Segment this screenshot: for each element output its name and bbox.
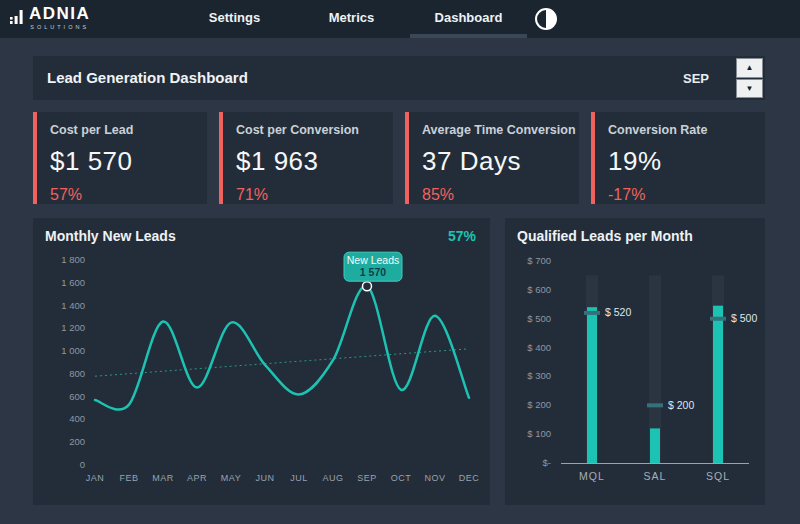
month-up-button[interactable]: ▲ bbox=[736, 58, 763, 78]
x-tick-label: JUL bbox=[290, 473, 308, 483]
x-tick-label: SEP bbox=[357, 473, 377, 483]
month-spinner: ▲ ▼ bbox=[736, 58, 763, 98]
category-label: SQL bbox=[706, 470, 730, 482]
y-tick-label: 200 bbox=[69, 436, 85, 447]
y-tick-label: 800 bbox=[69, 368, 85, 379]
line-series bbox=[95, 286, 469, 410]
kpi-value: 19% bbox=[608, 146, 765, 177]
line-chart-title: Monthly New Leads bbox=[45, 228, 176, 252]
brand-logo[interactable]: ADNIA SOLUTIONS bbox=[10, 4, 90, 30]
kpi-delta: 71% bbox=[236, 186, 393, 204]
target-label: $ 520 bbox=[605, 306, 631, 318]
y-tick-label: 0 bbox=[80, 459, 85, 470]
y-tick-label: $- bbox=[543, 457, 551, 468]
kpi-value: $1 570 bbox=[50, 146, 207, 177]
y-tick-label: 1 400 bbox=[61, 300, 85, 311]
x-tick-label: AUG bbox=[322, 473, 343, 483]
kpi-title: Average Time Conversion bbox=[422, 123, 579, 137]
brand-name: ADNIA bbox=[29, 4, 90, 23]
tab-dashboard[interactable]: Dashboard bbox=[410, 0, 527, 38]
tab-metrics[interactable]: Metrics bbox=[293, 0, 410, 38]
x-tick-label: OCT bbox=[391, 473, 412, 483]
y-tick-label: $ 500 bbox=[527, 313, 551, 324]
month-down-button[interactable]: ▼ bbox=[736, 79, 763, 99]
x-tick-label: DEC bbox=[459, 473, 480, 483]
monthly-new-leads-chart: 02004006008001 0001 2001 4001 6001 800JA… bbox=[33, 218, 490, 505]
kpi-card-cost-per-conversion: Cost per Conversion $1 963 71% bbox=[219, 112, 393, 204]
category-label: MQL bbox=[579, 470, 605, 482]
y-tick-label: 1 200 bbox=[61, 322, 85, 333]
kpi-value: 37 Days bbox=[422, 146, 579, 177]
kpi-value: $1 963 bbox=[236, 146, 393, 177]
kpi-title: Cost per Conversion bbox=[236, 123, 393, 137]
app-window: ADNIA SOLUTIONS Settings Metrics Dashboa… bbox=[0, 0, 800, 524]
bar-group-sql: $ 500SQL bbox=[706, 275, 757, 482]
y-tick-label: 1 000 bbox=[61, 345, 85, 356]
kpi-card-cost-per-lead: Cost per Lead $1 570 57% bbox=[33, 112, 207, 204]
kpi-delta: -17% bbox=[608, 186, 765, 204]
bar-chart-title: Qualified Leads per Month bbox=[517, 228, 693, 252]
x-tick-label: FEB bbox=[119, 473, 138, 483]
kpi-card-average-time-conversion: Average Time Conversion 37 Days 85% bbox=[405, 112, 579, 204]
x-tick-label: JAN bbox=[86, 473, 105, 483]
page-title: Lead Generation Dashboard bbox=[33, 56, 765, 100]
top-navbar: ADNIA SOLUTIONS Settings Metrics Dashboa… bbox=[0, 0, 800, 38]
kpi-delta: 85% bbox=[422, 186, 579, 204]
x-tick-label: JUN bbox=[256, 473, 275, 483]
y-tick-label: $ 100 bbox=[527, 428, 551, 439]
y-tick-label: 400 bbox=[69, 413, 85, 424]
y-tick-label: $ 300 bbox=[527, 370, 551, 381]
bar-chart-logo-icon bbox=[10, 10, 24, 25]
bar-group-sal: $ 200SAL bbox=[644, 275, 695, 482]
nav-tabs: Settings Metrics Dashboard bbox=[176, 0, 527, 38]
chart-tooltip: New Leads 1 570 bbox=[344, 252, 402, 281]
x-tick-label: MAY bbox=[221, 473, 241, 483]
y-tick-label: $ 600 bbox=[527, 284, 551, 295]
bar-group-mql: $ 520MQL bbox=[579, 275, 631, 482]
brand-tagline: SOLUTIONS bbox=[30, 24, 89, 30]
qualified-leads-panel: Qualified Leads per Month $-$ 100$ 200$ … bbox=[505, 218, 765, 505]
y-tick-label: 1 600 bbox=[61, 277, 85, 288]
y-tick-label: $ 700 bbox=[527, 255, 551, 266]
contrast-toggle-icon[interactable] bbox=[534, 7, 558, 31]
kpi-title: Conversion Rate bbox=[608, 123, 765, 137]
qualified-leads-chart: $-$ 100$ 200$ 300$ 400$ 500$ 600$ 700$ 5… bbox=[505, 218, 765, 505]
x-tick-label: NOV bbox=[424, 473, 445, 483]
svg-text:1 570: 1 570 bbox=[360, 266, 386, 278]
line-chart-badge: 57% bbox=[448, 228, 476, 252]
monthly-new-leads-panel: Monthly New Leads 57% 02004006008001 000… bbox=[33, 218, 490, 505]
kpi-card-conversion-rate: Conversion Rate 19% -17% bbox=[591, 112, 765, 204]
y-tick-label: $ 400 bbox=[527, 342, 551, 353]
dashboard-header-panel: Lead Generation Dashboard SEP ▲ ▼ bbox=[33, 56, 765, 100]
tab-settings[interactable]: Settings bbox=[176, 0, 293, 38]
x-tick-label: MAR bbox=[152, 473, 174, 483]
category-label: SAL bbox=[644, 470, 667, 482]
y-tick-label: 1 800 bbox=[61, 254, 85, 265]
y-tick-label: $ 200 bbox=[527, 399, 551, 410]
kpi-title: Cost per Lead bbox=[50, 123, 207, 137]
x-tick-label: APR bbox=[187, 473, 207, 483]
peak-marker bbox=[363, 282, 372, 291]
y-tick-label: 600 bbox=[69, 391, 85, 402]
kpi-delta: 57% bbox=[50, 186, 207, 204]
target-label: $ 500 bbox=[731, 312, 757, 324]
svg-text:New Leads: New Leads bbox=[347, 254, 400, 266]
month-picker: SEP ▲ ▼ bbox=[683, 56, 764, 100]
target-label: $ 200 bbox=[668, 399, 694, 411]
month-value: SEP bbox=[683, 71, 709, 86]
